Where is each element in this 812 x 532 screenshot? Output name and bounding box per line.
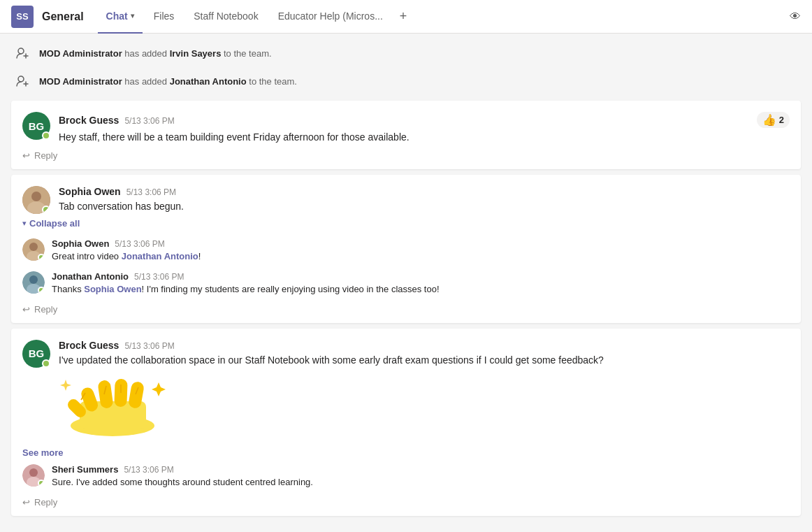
main-content: MOD Administrator has added Irvin Sayers… [0,34,812,532]
thread-2-text: Tab conversation has begun. [59,200,790,214]
tab-staff-notebook[interactable]: Staff Notebook [185,0,266,34]
thread-3-author: Brock Guess [59,340,119,351]
avatar-status-sm-2 [38,287,45,294]
mention-jonathan[interactable]: Jonathan Antonio [122,251,198,261]
thread-2-author: Sophia Owen [59,186,121,197]
thread-3-reply-1: Sheri Summers 5/13 3:06 PM Sure. I've ad… [11,461,801,491]
sticker-area [11,368,801,442]
thread-1-time: 5/13 3:06 PM [124,116,174,126]
reply-label-3: Reply [34,497,57,508]
system-text-1: MOD Administrator has added Irvin Sayers… [39,48,272,59]
add-member-icon-2 [11,70,34,92]
reply-1-text: Great intro video Jonathan Antonio! [52,250,790,263]
thread-3: BG Brock Guess 5/13 3:06 PM I've updated… [11,329,801,516]
reply-label: Reply [34,150,57,161]
header-tabs: Chat ▾ Files Staff Notebook Educator Hel… [98,0,790,34]
svg-point-3 [18,76,24,82]
avatar-status-sophia [42,206,50,214]
thread-3-main: BG Brock Guess 5/13 3:06 PM I've updated… [11,329,801,368]
thread-2-time: 5/13 3:06 PM [126,187,176,197]
system-text-2: MOD Administrator has added Jonathan Ant… [39,76,297,87]
thread-1-main: BG Brock Guess 5/13 3:06 PM 👍 2 Hey staf… [11,101,801,145]
thread-2-main: Sophia Owen 5/13 3:06 PM Tab conversatio… [11,175,801,214]
thread-3-reply-1-content: Sheri Summers 5/13 3:06 PM Sure. I've ad… [52,464,790,489]
thread-1-content: Brock Guess 5/13 3:06 PM 👍 2 Hey staff, … [59,112,790,145]
reply-icon: ↩ [22,150,30,161]
header-actions: 👁 [790,10,801,23]
avatar-status-brock2 [42,359,50,368]
reply-2-text: Thanks Sophia Owen! I'm finding my stude… [52,283,790,296]
thread-3-reply-1-header: Sheri Summers 5/13 3:06 PM [52,464,790,475]
tab-educator-help-label: Educator Help (Micros... [278,10,383,22]
thread-3-header: Brock Guess 5/13 3:06 PM [59,340,790,351]
tab-chat-label: Chat [106,10,128,22]
thread-2-reply-bar[interactable]: ↩ Reply [11,299,801,323]
reply-icon-3: ↩ [22,497,30,508]
thumbs-up-emoji: 👍 [762,113,776,127]
reply-label-2: Reply [34,304,57,315]
mention-sophia[interactable]: Sophia Owen [84,284,141,294]
channel-title: General [42,10,84,23]
thread-2-reply-1: Sophia Owen 5/13 3:06 PM Great intro vid… [11,233,801,266]
tab-chat[interactable]: Chat ▾ [98,0,143,34]
avatar-status [42,131,50,140]
thread-1: BG Brock Guess 5/13 3:06 PM 👍 2 Hey staf… [11,101,801,169]
thread-2-header: Sophia Owen 5/13 3:06 PM [59,186,790,197]
avatar-status-sheri [38,480,45,487]
reply-2-time: 5/13 3:06 PM [134,272,184,282]
reaction-count: 2 [779,115,784,125]
tab-files-label: Files [154,10,175,22]
svg-point-0 [18,48,24,54]
see-more-bar[interactable]: See more [11,442,801,461]
thread-1-header: Brock Guess 5/13 3:06 PM 👍 2 [59,112,790,128]
reply-icon-2: ↩ [22,304,30,315]
thread-2-reply-1-header: Sophia Owen 5/13 3:06 PM [52,238,790,249]
svg-point-7 [31,192,41,201]
system-message-1: MOD Administrator has added Irvin Sayers… [0,39,812,67]
thread-2-reply-2-content: Jonathan Antonio 5/13 3:06 PM Thanks Sop… [52,271,790,296]
thread-3-content: Brock Guess 5/13 3:06 PM I've updated th… [59,340,790,368]
reply-1-author: Sophia Owen [52,238,109,249]
reply-1-time: 5/13 3:06 PM [115,239,164,249]
thread-2: Sophia Owen 5/13 3:06 PM Tab conversatio… [11,175,801,323]
avatar-status-sm [38,254,45,261]
thread-1-reaction[interactable]: 👍 2 [757,112,790,128]
thread-1-text: Hey staff, there will be a team building… [59,131,790,145]
svg-point-10 [29,243,38,251]
sticker-image [59,373,167,436]
system-message-2: MOD Administrator has added Jonathan Ant… [0,67,812,95]
see-more-label: See more [22,447,64,458]
thread-2-content: Sophia Owen 5/13 3:06 PM Tab conversatio… [59,186,790,214]
chevron-down-icon: ▾ [131,12,134,20]
add-tab-button[interactable]: + [394,9,413,24]
thread-3-time: 5/13 3:06 PM [124,341,174,351]
svg-point-27 [29,468,38,477]
add-member-icon [11,42,34,64]
thread-2-reply-1-content: Sophia Owen 5/13 3:06 PM Great intro vid… [52,238,790,263]
brock-avatar-2: BG [22,340,50,368]
thread-1-reply-bar[interactable]: ↩ Reply [11,145,801,169]
tab-files[interactable]: Files [145,0,183,34]
sheri-time: 5/13 3:06 PM [124,465,173,475]
thread-2-reply-2: Jonathan Antonio 5/13 3:06 PM Thanks Sop… [11,266,801,299]
thread-3-reply-bar[interactable]: ↩ Reply [11,491,801,516]
eye-icon[interactable]: 👁 [790,10,801,23]
header: SS General Chat ▾ Files Staff Notebook E… [0,0,812,34]
tab-staff-notebook-label: Staff Notebook [194,10,258,22]
collapse-chevron-icon: ▾ [22,219,27,228]
svg-point-13 [29,275,38,284]
brock-avatar-1: BG [22,112,50,140]
user-avatar: SS [11,6,34,28]
thread-2-reply-2-header: Jonathan Antonio 5/13 3:06 PM [52,271,790,282]
sheri-author: Sheri Summers [52,464,118,475]
thread-3-text: I've updated the collaboration space in … [59,354,790,368]
collapse-bar[interactable]: ▾ Collapse all [11,214,801,233]
thread-1-author: Brock Guess [59,115,119,126]
sheri-text: Sure. I've added some thoughts around st… [52,476,790,489]
reply-2-author: Jonathan Antonio [52,271,129,282]
sophia-avatar-main [22,186,50,214]
tab-educator-help[interactable]: Educator Help (Micros... [270,0,391,34]
collapse-label: Collapse all [29,218,80,229]
